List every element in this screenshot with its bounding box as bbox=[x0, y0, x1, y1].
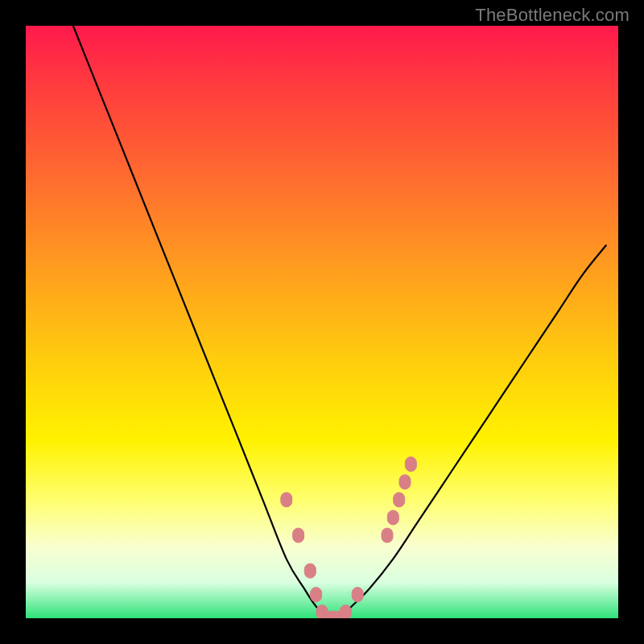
curve-marker bbox=[382, 528, 393, 543]
curve-marker bbox=[311, 588, 322, 602]
curve-svg bbox=[26, 26, 618, 618]
curve-marker bbox=[281, 493, 292, 507]
curve-marker bbox=[293, 528, 304, 543]
watermark-text: TheBottleneck.com bbox=[475, 5, 630, 26]
marker-group bbox=[281, 457, 417, 618]
curve-marker bbox=[340, 605, 351, 618]
bottleneck-curve bbox=[73, 26, 606, 618]
curve-marker bbox=[387, 510, 398, 525]
curve-marker bbox=[399, 475, 411, 489]
curve-marker bbox=[405, 457, 416, 472]
curve-marker bbox=[394, 493, 405, 507]
curve-marker bbox=[352, 588, 363, 602]
plot-area bbox=[26, 26, 618, 618]
chart-frame: TheBottleneck.com bbox=[0, 0, 644, 644]
curve-marker bbox=[304, 564, 316, 578]
